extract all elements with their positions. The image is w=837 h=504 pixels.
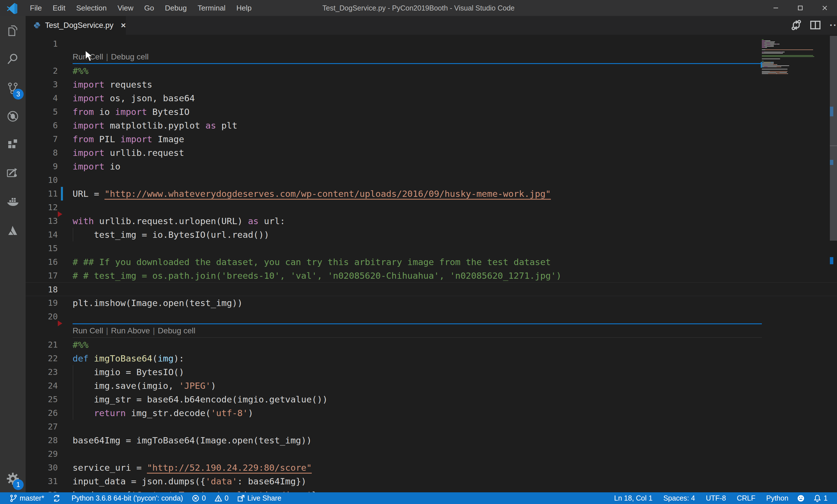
activity-item-debug-icon[interactable] bbox=[6, 110, 20, 123]
code-line-19[interactable]: 19plt.imshow(Image.open(test_img)) bbox=[25, 296, 837, 310]
code-line-9[interactable]: 9import io bbox=[25, 160, 837, 173]
code-line-29[interactable]: 29 bbox=[25, 447, 837, 461]
menu-item-file[interactable]: File bbox=[24, 0, 47, 16]
status-item-utf8[interactable]: UTF-8 bbox=[699, 492, 730, 504]
line-number: 7 bbox=[25, 132, 58, 146]
line-number: 17 bbox=[25, 269, 58, 282]
codelens-link-debug-cell[interactable]: Debug cell bbox=[111, 52, 148, 61]
close-window-icon[interactable] bbox=[813, 0, 837, 16]
url-link[interactable]: "http://www.whateverydogdeserves.com/wp-… bbox=[105, 189, 551, 200]
line-number: 13 bbox=[25, 214, 58, 228]
code-text: service_uri = "http://52.190.24.229:80/s… bbox=[73, 461, 312, 474]
code-line-30[interactable]: 30service_uri = "http://52.190.24.229:80… bbox=[25, 461, 837, 474]
line-number: 21 bbox=[25, 338, 58, 352]
codelens-cell-2: Run Cell|Run Above|Debug cell bbox=[73, 324, 813, 337]
activity-item-share-icon[interactable] bbox=[6, 166, 20, 180]
code-text: import requests bbox=[73, 78, 152, 91]
code-line-17[interactable]: 17# # test_img = os.path.join('breeds-10… bbox=[25, 269, 837, 282]
code-line-12[interactable]: 12 bbox=[25, 201, 837, 214]
menu-item-debug[interactable]: Debug bbox=[159, 0, 192, 16]
menu-item-edit[interactable]: Edit bbox=[47, 0, 71, 16]
code-text: headers = {'Content-Type': 'application/… bbox=[73, 488, 317, 492]
codelens-link-run-cell[interactable]: Run Cell bbox=[73, 326, 103, 335]
status-bar-left: master*Python 3.6.8 64-bit ('pycon': con… bbox=[5, 492, 286, 504]
status-item-branch[interactable]: master* bbox=[5, 492, 48, 504]
code-line-27[interactable]: 27 bbox=[25, 420, 837, 433]
line-number: 30 bbox=[25, 461, 58, 474]
code-line-21[interactable]: 21#%% bbox=[25, 338, 837, 352]
activity-item-search-icon[interactable] bbox=[6, 52, 20, 66]
code-line-11[interactable]: 11URL = "http://www.whateverydogdeserves… bbox=[25, 187, 837, 201]
code-text: base64Img = imgToBase64(Image.open(test_… bbox=[73, 433, 312, 447]
code-line-15[interactable]: 15 bbox=[25, 241, 837, 255]
code-line-24[interactable]: 24 img.save(imgio, 'JPEG') bbox=[25, 379, 837, 392]
activity-item-source-control-icon[interactable]: 3 bbox=[6, 81, 20, 95]
code-text: imgio = BytesIO() bbox=[73, 365, 184, 379]
tab-close-icon[interactable]: × bbox=[121, 20, 126, 30]
code-line-3[interactable]: 3import requests bbox=[25, 78, 837, 91]
status-item-label: Ln 18, Col 1 bbox=[614, 494, 653, 502]
code-line-26[interactable]: 26 return img_str.decode('utf-8') bbox=[25, 406, 837, 420]
line-number: 10 bbox=[25, 173, 58, 187]
status-item-sync[interactable] bbox=[48, 492, 65, 504]
line-number: 2 bbox=[25, 64, 58, 78]
code-line-7[interactable]: 7from PIL import Image bbox=[25, 132, 837, 146]
menu-item-terminal[interactable]: Terminal bbox=[192, 0, 231, 16]
code-line-28[interactable]: 28base64Img = imgToBase64(Image.open(tes… bbox=[25, 433, 837, 447]
code-editor[interactable]: 1Run Cell|Debug cell2#%%3import requests… bbox=[25, 35, 837, 492]
code-line-4[interactable]: 4import os, json, base64 bbox=[25, 91, 837, 105]
maximize-window-icon[interactable] bbox=[788, 0, 813, 16]
status-item-python[interactable]: Python bbox=[760, 492, 793, 504]
code-line-14[interactable]: 14 test_img = io.BytesIO(url.read()) bbox=[25, 228, 837, 241]
settings-gear-icon[interactable]: 1 bbox=[6, 472, 20, 486]
code-line-32[interactable]: 32headers = {'Content-Type': 'applicatio… bbox=[25, 488, 837, 492]
codelens-link-run-above[interactable]: Run Above bbox=[111, 326, 150, 335]
status-item-error[interactable]: 0 bbox=[187, 492, 210, 504]
status-item-spaces[interactable]: Spaces: 4 bbox=[657, 492, 699, 504]
line-number: 3 bbox=[25, 78, 58, 91]
status-item-liveshare[interactable]: Live Share bbox=[233, 492, 286, 504]
code-line-25[interactable]: 25 img_str = base64.b64encode(imgio.getv… bbox=[25, 392, 837, 406]
code-line-10[interactable]: 10 bbox=[25, 173, 837, 187]
activity-item-extensions-icon[interactable] bbox=[6, 138, 20, 151]
vscode-window: FileEditSelectionViewGoDebugTerminalHelp… bbox=[0, 0, 837, 504]
code-line-31[interactable]: 31input_data = json.dumps({'data': base6… bbox=[25, 474, 837, 488]
code-line-13[interactable]: 13with urllib.request.urlopen(URL) as ur… bbox=[25, 214, 837, 228]
split-editor-icon[interactable] bbox=[809, 19, 823, 33]
code-line-16[interactable]: 16# ## If you downloaded the dataset, yo… bbox=[25, 255, 837, 269]
menu-item-selection[interactable]: Selection bbox=[71, 0, 112, 16]
codelens-link-debug-cell[interactable]: Debug cell bbox=[158, 326, 195, 335]
code-line-22[interactable]: 22def imgToBase64(img): bbox=[25, 352, 837, 365]
menu-item-help[interactable]: Help bbox=[231, 0, 257, 16]
menu-item-view[interactable]: View bbox=[112, 0, 139, 16]
status-item-ln[interactable]: Ln 18, Col 1 bbox=[607, 492, 657, 504]
code-line-18[interactable]: 18 bbox=[25, 282, 837, 296]
open-changes-icon[interactable] bbox=[790, 19, 804, 33]
code-line-2[interactable]: 2#%% bbox=[25, 64, 837, 78]
activity-item-explorer-icon[interactable] bbox=[6, 24, 20, 38]
line-number: 20 bbox=[25, 310, 58, 323]
tab-bar: Test_DogService.py × ··· bbox=[25, 16, 837, 35]
status-item-crlf[interactable]: CRLF bbox=[730, 492, 760, 504]
code-line-8[interactable]: 8import urllib.request bbox=[25, 146, 837, 160]
activity-item-docker-icon[interactable] bbox=[6, 194, 20, 208]
status-item-smiley[interactable] bbox=[793, 492, 809, 504]
code-line-1[interactable]: 1 bbox=[25, 37, 837, 51]
codelens-cell-1: Run Cell|Debug cell bbox=[73, 51, 813, 63]
line-number: 4 bbox=[25, 91, 58, 105]
activity-item-azure-icon[interactable] bbox=[6, 224, 20, 237]
url-link[interactable]: "http://52.190.24.229:80/score" bbox=[147, 463, 312, 473]
line-number: 6 bbox=[25, 118, 58, 132]
code-text: URL = "http://www.whateverydogdeserves.c… bbox=[73, 187, 551, 201]
menu-item-go[interactable]: Go bbox=[139, 0, 160, 16]
minimize-window-icon[interactable] bbox=[764, 0, 788, 16]
status-item-warning[interactable]: 0 bbox=[210, 492, 233, 504]
more-actions-icon[interactable]: ··· bbox=[829, 19, 837, 33]
code-line-6[interactable]: 6import matplotlib.pyplot as plt bbox=[25, 118, 837, 132]
status-item-python[interactable]: Python 3.6.8 64-bit ('pycon': conda) bbox=[65, 492, 187, 504]
tab-test-dogservice[interactable]: Test_DogService.py × bbox=[25, 16, 126, 35]
code-line-5[interactable]: 5from io import BytesIO bbox=[25, 105, 837, 118]
code-line-23[interactable]: 23 imgio = BytesIO() bbox=[25, 365, 837, 379]
code-line-20[interactable]: 20 bbox=[25, 310, 837, 323]
status-item-bell[interactable]: 1 bbox=[809, 492, 832, 504]
